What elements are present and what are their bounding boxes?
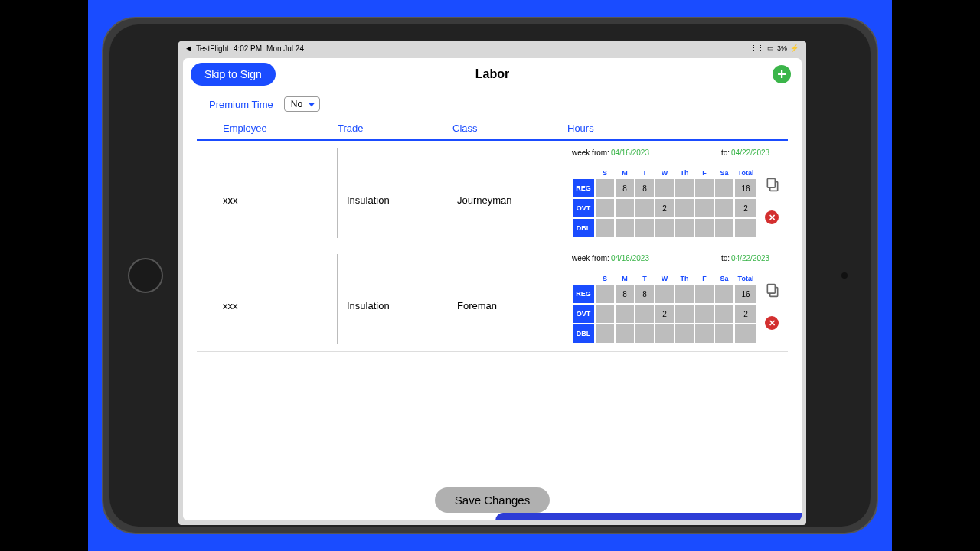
- hours-cell-input[interactable]: [675, 198, 694, 218]
- status-date: Mon Jul 24: [266, 44, 304, 53]
- battery-pct: 3%: [777, 44, 787, 52]
- trade-cell[interactable]: Insulation: [338, 148, 452, 238]
- day-header: F: [694, 270, 714, 284]
- add-button[interactable]: [773, 65, 791, 83]
- battery-icon: ▭: [767, 44, 774, 52]
- app-window: Skip to Sign Labor Premium Time No Emplo…: [183, 58, 802, 520]
- delete-icon[interactable]: ✕: [765, 210, 779, 224]
- status-bar: ◀ TestFlight 4:02 PM Mon Jul 24 ⋮⋮ ▭ 3% …: [178, 41, 806, 55]
- hours-cell-input[interactable]: [635, 304, 655, 324]
- charging-icon: ⚡: [790, 44, 799, 52]
- delete-icon[interactable]: ✕: [765, 316, 779, 330]
- week-from-label: week from:: [572, 254, 609, 262]
- hours-cell-input[interactable]: [595, 218, 615, 238]
- day-header: S: [595, 270, 615, 284]
- hours-cell-input[interactable]: [635, 218, 655, 238]
- day-header: M: [615, 165, 635, 178]
- back-app-label[interactable]: TestFlight: [196, 44, 229, 53]
- hours-cell-input[interactable]: [714, 218, 734, 238]
- hours-cell-input[interactable]: [615, 304, 635, 324]
- save-changes-button[interactable]: Save Changes: [435, 487, 550, 513]
- tablet-frame: ◀ TestFlight 4:02 PM Mon Jul 24 ⋮⋮ ▭ 3% …: [102, 17, 878, 534]
- home-button[interactable]: [128, 258, 163, 293]
- week-to-date: 04/22/2023: [731, 148, 769, 157]
- hours-cell-input[interactable]: [694, 324, 714, 344]
- footer: Save Changes: [183, 480, 802, 520]
- week-from-date: 04/16/2023: [611, 148, 649, 157]
- col-header-hours: Hours: [567, 122, 788, 134]
- hours-cell-input[interactable]: [675, 304, 694, 324]
- hours-cell-input[interactable]: [595, 178, 615, 198]
- hours-cell: week from:04/16/2023to:04/22/2023SMTWThF…: [567, 254, 788, 344]
- skip-to-sign-button[interactable]: Skip to Sign: [191, 63, 276, 86]
- class-cell[interactable]: Foreman: [452, 254, 567, 344]
- hours-cell-input[interactable]: [694, 304, 714, 324]
- hours-cell-input[interactable]: [655, 178, 675, 198]
- hours-cell-input: 2: [734, 198, 757, 218]
- hours-cell-input[interactable]: [635, 324, 655, 344]
- hours-cell-input[interactable]: 2: [655, 198, 675, 218]
- trade-cell[interactable]: Insulation: [338, 254, 452, 344]
- week-range: week from:04/16/2023to:04/22/2023: [572, 254, 788, 262]
- hours-cell-input[interactable]: [655, 324, 675, 344]
- svg-rect-1: [767, 179, 775, 188]
- hours-cell-input[interactable]: [694, 198, 714, 218]
- hours-grid: SMTWThFSaTotalREG8816OVT22DBL✕: [572, 270, 757, 344]
- day-header: Sa: [714, 270, 734, 284]
- col-header-trade: Trade: [338, 122, 452, 134]
- copy-icon[interactable]: [765, 282, 780, 298]
- back-arrow-icon[interactable]: ◀: [186, 44, 191, 52]
- hours-cell-input[interactable]: 8: [635, 284, 655, 304]
- hours-cell-input[interactable]: [694, 178, 714, 198]
- day-header: W: [655, 165, 675, 178]
- premium-time-row: Premium Time No: [183, 90, 802, 118]
- hours-cell-input[interactable]: [595, 284, 615, 304]
- hours-cell-input[interactable]: 2: [655, 304, 675, 324]
- hours-cell-input: [734, 324, 757, 344]
- hours-cell-input: 16: [734, 284, 757, 304]
- hours-cell-input[interactable]: 8: [615, 178, 635, 198]
- hours-cell-input: 2: [734, 304, 757, 324]
- copy-icon[interactable]: [765, 177, 780, 192]
- hours-row-label: DBL: [572, 324, 595, 344]
- day-header: M: [615, 270, 635, 284]
- hours-cell-input[interactable]: [694, 218, 714, 238]
- col-header-class: Class: [452, 122, 567, 134]
- hours-cell-input[interactable]: [675, 284, 694, 304]
- class-cell[interactable]: Journeyman: [452, 148, 567, 238]
- hours-cell-input[interactable]: [714, 284, 734, 304]
- col-header-employee: Employee: [223, 122, 338, 134]
- hours-cell-input[interactable]: [694, 284, 714, 304]
- day-header: Th: [675, 270, 694, 284]
- hours-cell-input[interactable]: [675, 218, 694, 238]
- status-time: 4:02 PM: [234, 44, 262, 53]
- day-header: S: [595, 165, 615, 178]
- hours-row-label: REG: [572, 178, 595, 198]
- hours-cell-input[interactable]: [675, 324, 694, 344]
- premium-time-select[interactable]: No: [284, 96, 320, 112]
- hours-row-label: OVT: [572, 304, 595, 324]
- employee-cell[interactable]: xxx: [223, 148, 338, 238]
- hours-cell-input[interactable]: [595, 324, 615, 344]
- rows-container: xxxInsulationJourneymanweek from:04/16/2…: [183, 141, 802, 480]
- hours-cell-input[interactable]: [595, 304, 615, 324]
- hours-cell-input[interactable]: [714, 324, 734, 344]
- hours-cell-input[interactable]: [655, 218, 675, 238]
- hours-cell-input[interactable]: 8: [635, 178, 655, 198]
- hours-cell-input[interactable]: [595, 198, 615, 218]
- hours-cell-input[interactable]: [714, 178, 734, 198]
- hours-cell-input[interactable]: [615, 218, 635, 238]
- employee-cell[interactable]: xxx: [223, 254, 338, 344]
- day-header: Sa: [714, 165, 734, 178]
- week-from-date: 04/16/2023: [611, 254, 649, 262]
- hours-cell-input[interactable]: [635, 198, 655, 218]
- day-header: F: [694, 165, 714, 178]
- hours-cell-input[interactable]: 8: [615, 284, 635, 304]
- hours-cell-input[interactable]: [615, 324, 635, 344]
- hours-cell-input[interactable]: [714, 198, 734, 218]
- hours-cell-input[interactable]: [655, 284, 675, 304]
- day-header: T: [635, 270, 655, 284]
- hours-cell-input[interactable]: [714, 304, 734, 324]
- hours-cell-input[interactable]: [675, 178, 694, 198]
- hours-cell-input[interactable]: [615, 198, 635, 218]
